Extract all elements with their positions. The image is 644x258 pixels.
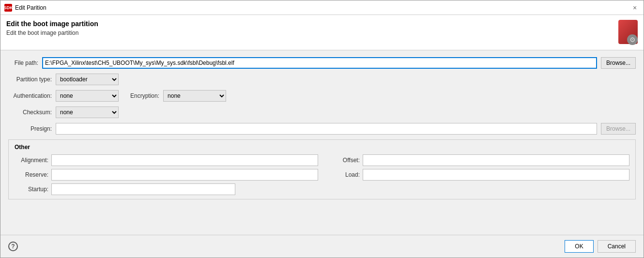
offset-input[interactable] xyxy=(363,154,629,166)
header-subtitle: Edit the boot image partition xyxy=(6,30,98,36)
title-bar: SDK Edit Parition × xyxy=(0,0,644,15)
content-area: File path: Browse... Partition type: boo… xyxy=(0,50,644,235)
startup-input[interactable] xyxy=(51,183,235,195)
reserve-field: Reserve: xyxy=(15,169,318,181)
other-title: Other xyxy=(15,144,629,151)
alignment-field: Alignment: xyxy=(15,154,318,166)
file-path-input[interactable] xyxy=(42,57,597,69)
encryption-select[interactable]: none aes xyxy=(163,90,226,102)
startup-row: Startup: xyxy=(15,183,629,195)
presign-browse-button[interactable]: Browse... xyxy=(601,123,636,135)
header-area: Edit the boot image partition Edit the b… xyxy=(0,15,644,50)
partition-type-row: Partition type: bootloader datafile none xyxy=(8,74,636,85)
footer: ? OK Cancel xyxy=(0,235,644,258)
startup-field: Startup: xyxy=(15,183,322,195)
presign-row: Presign: Browse... xyxy=(8,123,636,135)
file-path-browse-button[interactable]: Browse... xyxy=(601,57,636,69)
alignment-label: Alignment: xyxy=(15,157,48,164)
close-button[interactable]: × xyxy=(630,3,640,13)
other-fields: Alignment: Offset: Reserve: Loa xyxy=(15,154,629,195)
load-field: Load: xyxy=(326,169,629,181)
alignment-offset-row: Alignment: Offset: xyxy=(15,154,629,166)
sdk-icon: SDK xyxy=(4,4,12,12)
load-label: Load: xyxy=(326,171,360,178)
offset-label: Offset: xyxy=(326,157,360,164)
header-icon-gear: ⚙ xyxy=(627,34,638,45)
authentication-select[interactable]: none rsa xyxy=(56,90,119,102)
ok-button[interactable]: OK xyxy=(565,240,593,253)
startup-label: Startup: xyxy=(15,186,48,193)
header-text-block: Edit the boot image partition Edit the b… xyxy=(6,20,98,36)
encryption-group: Encryption: none aes xyxy=(130,90,226,102)
reserve-label: Reserve: xyxy=(15,171,48,178)
authentication-label: Authentication: xyxy=(8,92,52,99)
header-title: Edit the boot image partition xyxy=(6,20,98,28)
footer-right: OK Cancel xyxy=(565,240,636,253)
presign-label: Presign: xyxy=(8,125,52,132)
title-bar-left: SDK Edit Parition xyxy=(4,4,46,12)
dialog-title: Edit Parition xyxy=(15,4,46,11)
checksum-select[interactable]: none md5 sha256 xyxy=(56,106,119,118)
file-path-row: File path: Browse... xyxy=(8,57,636,69)
reserve-load-row: Reserve: Load: xyxy=(15,169,629,181)
alignment-input[interactable] xyxy=(51,154,318,166)
checksum-label: Checksum: xyxy=(8,109,52,116)
partition-type-select[interactable]: bootloader datafile none xyxy=(56,74,119,85)
cancel-button[interactable]: Cancel xyxy=(598,240,636,253)
authentication-group: Authentication: none rsa xyxy=(8,90,119,102)
encryption-label: Encryption: xyxy=(130,92,159,99)
reserve-input[interactable] xyxy=(51,169,318,181)
dialog: SDK Edit Parition × Edit the boot image … xyxy=(0,0,644,258)
other-section: Other Alignment: Offset: Rese xyxy=(8,139,636,199)
load-input[interactable] xyxy=(363,169,629,181)
offset-field: Offset: xyxy=(326,154,629,166)
header-icon: ⚙ xyxy=(613,20,638,45)
help-icon[interactable]: ? xyxy=(8,242,18,251)
checksum-row: Checksum: none md5 sha256 xyxy=(8,106,636,118)
partition-type-label: Partition type: xyxy=(8,76,52,83)
file-path-label: File path: xyxy=(8,60,38,66)
footer-left: ? xyxy=(8,242,18,251)
auth-enc-row: Authentication: none rsa Encryption: non… xyxy=(8,90,636,102)
presign-input[interactable] xyxy=(56,123,597,135)
